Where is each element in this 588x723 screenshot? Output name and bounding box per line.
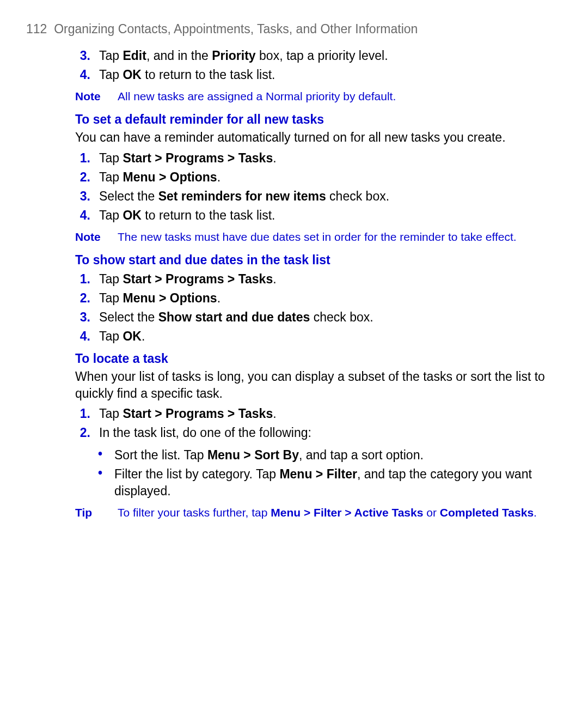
note-block: Note The new tasks must have due dates s…: [75, 229, 551, 244]
section-intro: You can have a reminder automatically tu…: [75, 129, 551, 146]
section-heading-reminder: To set a default reminder for all new ta…: [75, 111, 551, 128]
step-text: Tap Start > Programs > Tasks.: [94, 271, 551, 288]
step-item: 3. Tap Edit, and in the Priority box, ta…: [75, 47, 551, 64]
step-item: 3. Select the Set reminders for new item…: [75, 188, 551, 205]
bullet-dot-icon: •: [96, 447, 111, 464]
tip-text: To filter your tasks further, tap Menu >…: [118, 505, 551, 520]
step-item: 1. Tap Start > Programs > Tasks.: [75, 405, 551, 422]
note-text: The new tasks must have due dates set in…: [118, 229, 551, 244]
step-number: 3.: [75, 47, 94, 64]
step-text: Tap OK to return to the task list.: [94, 66, 551, 83]
note-block: Note All new tasks are assigned a Normal…: [75, 89, 551, 104]
step-item: 2. Tap Menu > Options.: [75, 169, 551, 186]
step-number: 2.: [75, 424, 94, 441]
step-number: 3.: [75, 309, 94, 326]
step-number: 4.: [75, 328, 94, 345]
step-number: 1.: [75, 405, 94, 422]
reminder-step-list: 1. Tap Start > Programs > Tasks. 2. Tap …: [75, 150, 551, 224]
section-heading-locate: To locate a task: [75, 350, 551, 367]
step-text: Tap Menu > Options.: [94, 169, 551, 186]
note-label: Note: [75, 229, 118, 244]
step-text: Select the Show start and due dates chec…: [94, 309, 551, 326]
step-number: 4.: [75, 207, 94, 224]
step-number: 2.: [75, 290, 94, 307]
step-text: Tap Start > Programs > Tasks.: [94, 150, 551, 167]
step-item: 4. Tap OK.: [75, 328, 551, 345]
bullet-item: • Sort the list. Tap Menu > Sort By, and…: [96, 447, 551, 464]
step-text: Tap Edit, and in the Priority box, tap a…: [94, 47, 551, 64]
locate-step-list: 1. Tap Start > Programs > Tasks. 2. In t…: [75, 405, 551, 441]
step-number: 1.: [75, 271, 94, 288]
step-item: 4. Tap OK to return to the task list.: [75, 66, 551, 83]
step-text: Tap Start > Programs > Tasks.: [94, 405, 551, 422]
bullet-dot-icon: •: [96, 466, 111, 500]
bullet-text: Filter the list by category. Tap Menu > …: [111, 466, 551, 500]
step-text: In the task list, do one of the followin…: [94, 424, 551, 441]
chapter-title: Organizing Contacts, Appointments, Tasks…: [54, 22, 418, 36]
tip-label: Tip: [75, 505, 118, 520]
note-label: Note: [75, 89, 118, 104]
dates-step-list: 1. Tap Start > Programs > Tasks. 2. Tap …: [75, 271, 551, 345]
step-number: 4.: [75, 66, 94, 83]
step-item: 2. In the task list, do one of the follo…: [75, 424, 551, 441]
step-number: 1.: [75, 150, 94, 167]
section-intro: When your list of tasks is long, you can…: [75, 368, 551, 402]
tip-block: Tip To filter your tasks further, tap Me…: [75, 505, 551, 520]
locate-bullet-list: • Sort the list. Tap Menu > Sort By, and…: [75, 447, 551, 499]
manual-page: 112 Organizing Contacts, Appointments, T…: [0, 0, 588, 723]
intro-step-list: 3. Tap Edit, and in the Priority box, ta…: [75, 47, 551, 83]
step-text: Tap Menu > Options.: [94, 290, 551, 307]
step-item: 1. Tap Start > Programs > Tasks.: [75, 150, 551, 167]
step-text: Tap OK.: [94, 328, 551, 345]
page-content: 3. Tap Edit, and in the Priority box, ta…: [75, 47, 551, 520]
step-number: 2.: [75, 169, 94, 186]
step-item: 1. Tap Start > Programs > Tasks.: [75, 271, 551, 288]
running-head: 112 Organizing Contacts, Appointments, T…: [26, 21, 551, 38]
bullet-text: Sort the list. Tap Menu > Sort By, and t…: [111, 447, 551, 464]
page-number: 112: [26, 22, 47, 36]
bullet-item: • Filter the list by category. Tap Menu …: [96, 466, 551, 500]
step-item: 2. Tap Menu > Options.: [75, 290, 551, 307]
step-text: Select the Set reminders for new items c…: [94, 188, 551, 205]
step-item: 3. Select the Show start and due dates c…: [75, 309, 551, 326]
note-text: All new tasks are assigned a Normal prio…: [118, 89, 551, 104]
section-heading-dates: To show start and due dates in the task …: [75, 252, 551, 269]
step-item: 4. Tap OK to return to the task list.: [75, 207, 551, 224]
step-number: 3.: [75, 188, 94, 205]
step-text: Tap OK to return to the task list.: [94, 207, 551, 224]
